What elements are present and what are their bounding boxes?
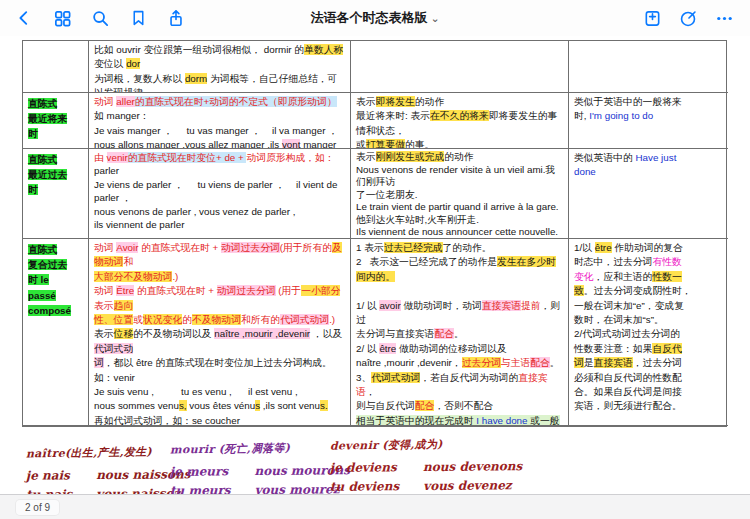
share-icon xyxy=(167,9,185,28)
table-cell-tense-label: 直陈式最近将来时 xyxy=(23,93,89,149)
table-cell xyxy=(351,41,569,93)
table-cell xyxy=(23,41,89,93)
handwriting-header: devenir (变得,成为) xyxy=(330,435,523,453)
toolbar-right-group xyxy=(640,6,750,30)
handwriting-cell: je meurs xyxy=(170,464,231,479)
thumbnails-button[interactable] xyxy=(50,6,74,30)
table-cell: 表示即将发生的动作最近将来时: 表示在不久的将来即将要发生的事情和状态，或打算要… xyxy=(351,93,569,149)
bookmark-icon xyxy=(130,9,147,27)
table-cell: 类似于英语中的一般将来时, I'm going to do xyxy=(569,93,728,149)
share-button[interactable] xyxy=(164,6,188,30)
toolbar-left-group xyxy=(0,6,188,30)
document-plus-icon xyxy=(643,9,662,28)
search-icon xyxy=(91,9,110,28)
handwriting-header: naître(出生,产生,发生) xyxy=(26,444,191,462)
table-cell-tense-label: 直陈式复合过去时 lepassécomposé xyxy=(23,239,89,426)
table-cell: 动词 Avoir 的直陈式现在时 + 动词过去分词(用于所有的及物动词和大部分不… xyxy=(89,239,351,426)
pencil-circle-icon xyxy=(679,9,698,28)
table-cell: 表示刚刚发生或完成的动作Nous venons de render visite… xyxy=(351,149,569,239)
page-indicator: 2 of 9 xyxy=(16,500,59,515)
status-bar: 2 of 9 xyxy=(0,494,750,519)
handwriting-cell: tu deviens xyxy=(330,479,399,494)
search-button[interactable] xyxy=(88,6,112,30)
grammar-table: 比如 ouvrir 变位跟第一组动词很相似， dormir 的单数人称变位以 d… xyxy=(22,40,727,427)
markup-button[interactable] xyxy=(676,6,700,30)
back-button[interactable] xyxy=(12,6,36,30)
pdf-page[interactable]: 比如 ouvrir 变位跟第一组动词很相似， dormir 的单数人称变位以 d… xyxy=(0,36,750,495)
bookmark-button[interactable] xyxy=(126,6,150,30)
title-chevron-icon: ⌄ xyxy=(430,12,439,24)
table-cell: 类似英语中的 Have justdone xyxy=(569,149,728,239)
handwriting-cell: vous devenez xyxy=(423,478,522,493)
toolbar: 法语各个时态表格版⌄ xyxy=(0,0,750,37)
table-cell: 由 venir的直陈式现在时变位+ de + 动词原形构成，如：parlerJe… xyxy=(89,149,351,239)
handwriting-cell: nous devenons xyxy=(423,459,522,474)
document-title-text: 法语各个时态表格版 xyxy=(310,10,427,25)
add-page-button[interactable] xyxy=(640,6,664,30)
handwriting-cell: je nais xyxy=(26,468,72,482)
table-cell: 动词 aller的直陈式现在时+动词的不定式（即原形动词）如 manger：Je… xyxy=(89,93,351,149)
table-cell-tense-label: 直陈式最近过去时 xyxy=(23,149,89,239)
table-cell: 比如 ouvrir 变位跟第一组动词很相似， dormir 的单数人称变位以 d… xyxy=(89,41,351,93)
chevron-left-icon xyxy=(15,9,33,27)
table-cell: 1 表示过去已经完成了的动作。2 表示这一已经完成了的动作是发生在多少时间内的。… xyxy=(351,239,569,426)
table-cell xyxy=(569,41,728,93)
handwriting-cell: je deviens xyxy=(330,460,399,475)
ellipsis-icon xyxy=(715,9,734,28)
table-cell: 1/以 être 作助动词的复合时态中，过去分词有性数变化，应和主语的性数一致。… xyxy=(569,239,728,426)
document-viewer-window: 法语各个时态表格版⌄ 比如 ouvrir 变位跟第一组动词很相似， dormir… xyxy=(0,0,750,519)
handwriting-header: mourir (死亡,凋落等) xyxy=(170,439,350,457)
grid-icon xyxy=(53,9,72,28)
more-button[interactable] xyxy=(712,6,736,30)
